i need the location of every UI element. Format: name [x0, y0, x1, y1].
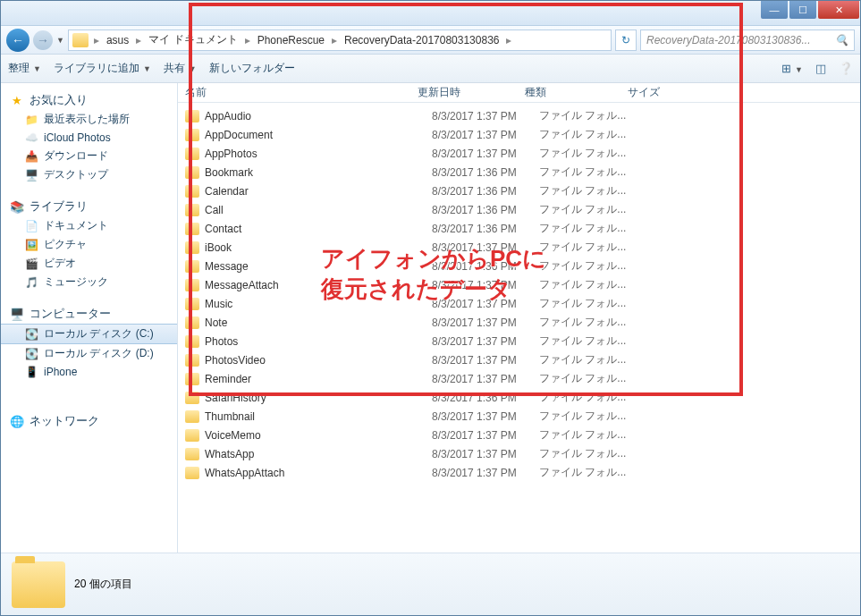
help-icon[interactable]: ❔	[839, 62, 853, 75]
folder-icon	[185, 166, 199, 179]
file-list[interactable]: AppAudio8/3/2017 1:37 PMファイル フォル...AppDo…	[178, 103, 860, 553]
sidebar-item-videos[interactable]: 🎬ビデオ	[1, 254, 177, 273]
table-row[interactable]: iBook8/3/2017 1:37 PMファイル フォル...	[185, 238, 853, 257]
sidebar-computer[interactable]: 🖥️コンピューター	[1, 304, 177, 324]
table-row[interactable]: Bookmark8/3/2017 1:36 PMファイル フォル...	[185, 163, 853, 181]
table-row[interactable]: Note8/3/2017 1:37 PMファイル フォル...	[185, 313, 853, 332]
file-date: 8/3/2017 1:37 PM	[432, 429, 539, 442]
history-dropdown-icon[interactable]: ▼	[56, 36, 64, 45]
add-to-library-button[interactable]: ライブラリに追加 ▼	[54, 61, 151, 76]
videos-icon: 🎬	[24, 257, 38, 271]
forward-button[interactable]: →	[33, 30, 53, 50]
file-date: 8/3/2017 1:36 PM	[432, 392, 539, 404]
table-row[interactable]: WhatsAppAttach8/3/2017 1:37 PMファイル フォル..…	[185, 463, 853, 482]
star-icon: ★	[10, 93, 24, 107]
bc-item[interactable]: asus	[101, 34, 134, 46]
table-row[interactable]: Reminder8/3/2017 1:37 PMファイル フォル...	[185, 369, 853, 388]
file-name: Reminder	[205, 373, 432, 385]
file-type: ファイル フォル...	[539, 409, 642, 424]
preview-pane-icon[interactable]: ◫	[815, 62, 826, 75]
folder-icon	[185, 129, 199, 141]
sidebar-item-music[interactable]: 🎵ミュージック	[1, 273, 177, 291]
search-input[interactable]: RecoveryData-20170803130836... 🔍	[640, 30, 855, 51]
sidebar-item-icloud[interactable]: ☁️iCloud Photos	[1, 129, 177, 147]
folder-icon	[185, 392, 199, 404]
sidebar-favorites[interactable]: ★お気に入り	[1, 90, 177, 110]
sidebar-network[interactable]: 🌐ネットワーク	[1, 411, 177, 431]
close-button[interactable]: ✕	[818, 1, 859, 19]
file-date: 8/3/2017 1:37 PM	[432, 373, 539, 385]
folder-icon	[185, 185, 199, 198]
refresh-button[interactable]: ↻	[615, 30, 637, 51]
table-row[interactable]: Call8/3/2017 1:36 PMファイル フォル...	[185, 200, 853, 219]
sidebar-item-disk-c[interactable]: 💽ローカル ディスク (C:)	[1, 324, 177, 344]
bc-item[interactable]: RecoveryData-20170803130836	[339, 34, 504, 46]
view-options-icon[interactable]: ⊞ ▼	[781, 62, 803, 75]
back-button[interactable]: ←	[6, 29, 30, 52]
col-size[interactable]: サイズ	[628, 85, 690, 100]
organize-button[interactable]: 整理 ▼	[8, 61, 41, 76]
maximize-button[interactable]: ☐	[789, 1, 816, 19]
file-name: VoiceMemo	[205, 429, 432, 442]
file-name: Call	[205, 204, 432, 216]
table-row[interactable]: MessageAttach8/3/2017 1:37 PMファイル フォル...	[185, 275, 853, 294]
file-date: 8/3/2017 1:37 PM	[432, 110, 539, 122]
file-name: PhotosVideo	[205, 354, 432, 367]
table-row[interactable]: Message8/3/2017 1:36 PMファイル フォル...	[185, 257, 853, 275]
file-date: 8/3/2017 1:36 PM	[432, 204, 539, 216]
file-date: 8/3/2017 1:36 PM	[432, 223, 539, 235]
file-name: Contact	[205, 223, 432, 235]
file-type: ファイル フォル...	[539, 465, 642, 480]
sidebar-item-disk-d[interactable]: 💽ローカル ディスク (D:)	[1, 344, 177, 363]
status-bar: 20 個の項目	[1, 553, 860, 615]
sidebar-item-blank[interactable]	[1, 381, 177, 399]
table-row[interactable]: Calendar8/3/2017 1:36 PMファイル フォル...	[185, 181, 853, 200]
table-row[interactable]: Photos8/3/2017 1:37 PMファイル フォル...	[185, 332, 853, 350]
share-button[interactable]: 共有 ▼	[164, 61, 197, 76]
file-type: ファイル フォル...	[539, 146, 642, 161]
table-row[interactable]: AppDocument8/3/2017 1:37 PMファイル フォル...	[185, 125, 853, 144]
sidebar-item-recent[interactable]: 📁最近表示した場所	[1, 110, 177, 129]
bc-item[interactable]: マイ ドキュメント	[143, 32, 242, 47]
sidebar-libraries[interactable]: 📚ライブラリ	[1, 197, 177, 216]
col-type[interactable]: 種類	[525, 85, 628, 100]
file-name: AppPhotos	[205, 148, 432, 160]
file-type: ファイル フォル...	[539, 183, 642, 198]
file-date: 8/3/2017 1:36 PM	[432, 185, 539, 198]
table-row[interactable]: AppAudio8/3/2017 1:37 PMファイル フォル...	[185, 106, 853, 125]
col-name[interactable]: 名前	[185, 85, 418, 100]
table-row[interactable]: Contact8/3/2017 1:36 PMファイル フォル...	[185, 219, 853, 238]
folder-icon	[185, 467, 199, 479]
folder-icon	[185, 260, 199, 273]
sidebar-item-documents[interactable]: 📄ドキュメント	[1, 216, 177, 235]
sidebar-item-iphone[interactable]: 📱iPhone	[1, 363, 177, 381]
table-row[interactable]: AppPhotos8/3/2017 1:37 PMファイル フォル...	[185, 144, 853, 163]
file-name: Bookmark	[205, 166, 432, 179]
table-row[interactable]: PhotosVideo8/3/2017 1:37 PMファイル フォル...	[185, 350, 853, 369]
folder-icon	[185, 448, 199, 460]
table-row[interactable]: Music8/3/2017 1:37 PMファイル フォル...	[185, 294, 853, 313]
minimize-button[interactable]: —	[761, 1, 788, 19]
file-date: 8/3/2017 1:37 PM	[432, 335, 539, 348]
column-headers: 名前 更新日時 種類 サイズ	[178, 83, 860, 103]
bc-item[interactable]: PhoneRescue	[252, 34, 330, 46]
table-row[interactable]: Thumbnail8/3/2017 1:37 PMファイル フォル...	[185, 407, 853, 426]
new-folder-button[interactable]: 新しいフォルダー	[209, 61, 295, 76]
file-date: 8/3/2017 1:37 PM	[432, 467, 539, 479]
folder-icon	[185, 316, 199, 329]
file-name: Note	[205, 316, 432, 329]
table-row[interactable]: WhatsApp8/3/2017 1:37 PMファイル フォル...	[185, 444, 853, 463]
table-row[interactable]: VoiceMemo8/3/2017 1:37 PMファイル フォル...	[185, 426, 853, 444]
folder-icon	[185, 410, 199, 423]
file-name: Photos	[205, 335, 432, 348]
folder-icon	[185, 223, 199, 235]
sidebar-item-desktop[interactable]: 🖥️デスクトップ	[1, 165, 177, 184]
file-name: AppDocument	[205, 129, 432, 141]
breadcrumb[interactable]: ▸ asus▸ マイ ドキュメント▸ PhoneRescue▸ Recovery…	[68, 30, 612, 51]
table-row[interactable]: SafariHistory8/3/2017 1:36 PMファイル フォル...	[185, 388, 853, 407]
file-date: 8/3/2017 1:36 PM	[432, 166, 539, 179]
file-name: Calendar	[205, 185, 432, 198]
sidebar-item-pictures[interactable]: 🖼️ピクチャ	[1, 235, 177, 254]
sidebar-item-downloads[interactable]: 📥ダウンロード	[1, 147, 177, 165]
col-date[interactable]: 更新日時	[418, 85, 525, 100]
